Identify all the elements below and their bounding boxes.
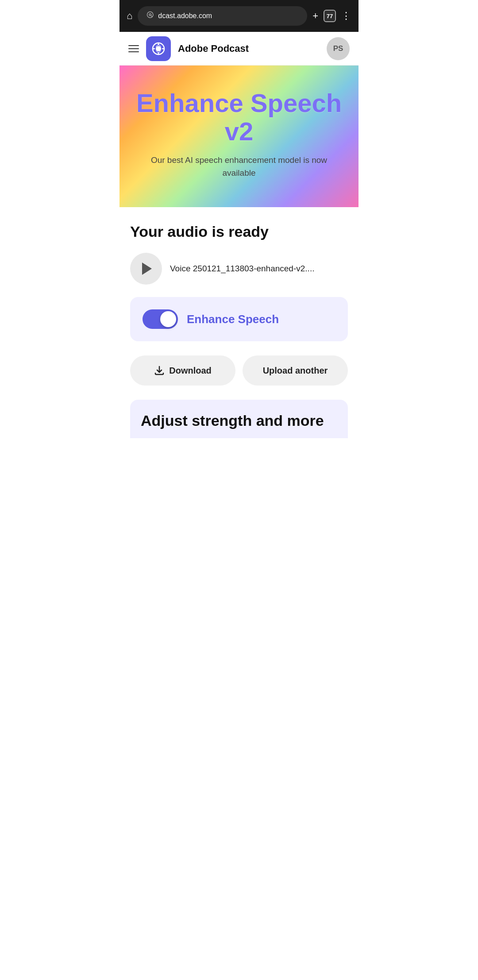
toggle-thumb (160, 311, 176, 327)
hero-subtitle: Our best AI speech enhancement model is … (146, 154, 332, 179)
audio-filename: Voice 250121_113803-enhanced-v2.... (170, 264, 314, 274)
header-left: Adobe Podcast (128, 36, 249, 61)
download-icon (154, 365, 165, 376)
audio-ready-heading: Your audio is ready (130, 223, 348, 240)
svg-point-0 (149, 14, 151, 16)
home-button[interactable]: ⌂ (127, 10, 132, 22)
adjust-section: Adjust strength and more (130, 400, 348, 438)
tab-count-button[interactable]: 77 (324, 10, 336, 22)
browser-menu-button[interactable]: ⋮ (341, 10, 351, 22)
enhance-speech-label: Enhance Speech (187, 313, 279, 326)
download-label: Download (169, 366, 212, 376)
address-icon (146, 11, 154, 21)
enhance-toggle-card: Enhance Speech (130, 297, 348, 341)
app-title: Adobe Podcast (178, 43, 249, 54)
action-buttons: Download Upload another (130, 355, 348, 386)
toggle-track (143, 309, 178, 329)
browser-chrome: ⌂ dcast.adobe.com + 77 ⋮ (120, 0, 358, 32)
hero-banner: Enhance Speech v2 Our best AI speech enh… (120, 66, 358, 207)
enhance-speech-toggle[interactable] (143, 309, 178, 329)
audio-player-row: Voice 250121_113803-enhanced-v2.... (130, 253, 348, 285)
user-avatar[interactable]: PS (327, 37, 350, 60)
tab-actions: + 77 ⋮ (312, 10, 351, 22)
download-button[interactable]: Download (130, 355, 235, 386)
main-content: Your audio is ready Voice 250121_113803-… (120, 207, 358, 449)
new-tab-button[interactable]: + (312, 10, 318, 22)
address-bar[interactable]: dcast.adobe.com (138, 6, 307, 26)
upload-another-label: Upload another (263, 366, 328, 376)
play-icon (142, 262, 152, 275)
app-logo (146, 36, 171, 61)
hero-title: Enhance Speech v2 (133, 89, 345, 146)
address-text: dcast.adobe.com (158, 12, 212, 20)
play-button[interactable] (130, 253, 162, 285)
upload-another-button[interactable]: Upload another (243, 355, 348, 386)
adjust-title: Adjust strength and more (141, 412, 337, 429)
app-header: Adobe Podcast PS (120, 32, 358, 66)
hamburger-menu-button[interactable] (128, 45, 139, 52)
